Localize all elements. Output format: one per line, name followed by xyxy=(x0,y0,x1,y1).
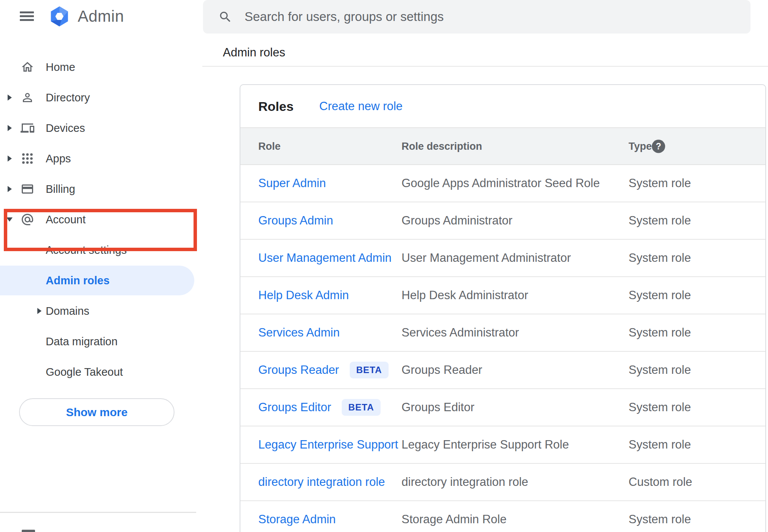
sidebar-item-account-settings[interactable]: Account settings xyxy=(0,235,202,265)
sidebar-item-label: Domains xyxy=(46,305,89,317)
role-link[interactable]: Groups Admin xyxy=(258,214,333,228)
table-row: Services Admin Services Administrator Sy… xyxy=(240,314,765,352)
role-link[interactable]: User Management Admin xyxy=(258,251,392,265)
role-description: Groups Reader xyxy=(402,363,482,377)
person-icon xyxy=(21,91,34,104)
beta-badge: BETA xyxy=(350,362,389,378)
column-header-type: Type xyxy=(629,140,652,152)
table-row: Help Desk Admin Help Desk Administrator … xyxy=(240,277,765,314)
role-description: Legacy Enterprise Support Role xyxy=(402,438,569,452)
table-row: Groups Admin Groups Administrator System… xyxy=(240,202,765,240)
sidebar-item-account[interactable]: Account xyxy=(0,204,202,235)
sidebar-item-home[interactable]: Home xyxy=(0,52,202,82)
role-description: Google Apps Administrator Seed Role xyxy=(402,176,600,190)
sidebar-item-domains[interactable]: Domains xyxy=(0,296,202,326)
role-link[interactable]: Legacy Enterprise Support xyxy=(258,438,398,452)
role-type: System role xyxy=(629,176,691,190)
column-header-role-description: Role description xyxy=(402,140,482,152)
sidebar-item-devices[interactable]: Devices xyxy=(0,113,202,143)
column-header-role: Role xyxy=(258,140,281,152)
sidebar-item-billing[interactable]: Billing xyxy=(0,174,202,204)
menu-icon[interactable] xyxy=(20,11,34,21)
expand-arrow-icon[interactable] xyxy=(8,155,12,162)
credit-card-icon xyxy=(21,182,34,196)
sidebar-item-label: Devices xyxy=(46,122,85,135)
at-sign-icon xyxy=(21,213,34,226)
role-description: User Management Administrator xyxy=(402,251,571,265)
sidebar-item-label: Account xyxy=(46,213,86,226)
role-link[interactable]: Services Admin xyxy=(258,326,340,340)
beta-badge: BETA xyxy=(342,399,381,416)
roles-panel-header: Roles Create new role xyxy=(240,85,765,127)
role-type: System role xyxy=(629,326,691,340)
role-type: System role xyxy=(629,288,691,302)
role-description: Groups Editor xyxy=(402,401,474,414)
sidebar: Home Directory Devices Apps xyxy=(0,52,202,387)
create-new-role-link[interactable]: Create new role xyxy=(319,99,403,113)
table-row: Storage Admin Storage Admin Role System … xyxy=(240,501,765,532)
role-link[interactable]: Storage Admin xyxy=(258,513,336,526)
role-type: System role xyxy=(629,438,691,452)
devices-icon xyxy=(21,121,34,135)
role-link[interactable]: Super Admin xyxy=(258,176,326,190)
role-description: Help Desk Administrator xyxy=(402,288,528,302)
sidebar-item-label: Data migration xyxy=(46,335,118,348)
table-row: Legacy Enterprise Support Legacy Enterpr… xyxy=(240,426,765,464)
sidebar-item-label: Admin roles xyxy=(46,274,110,287)
sidebar-item-label: Billing xyxy=(46,183,75,195)
header-divider xyxy=(202,66,768,67)
role-link[interactable]: Groups Editor xyxy=(258,401,331,414)
apps-grid-icon xyxy=(21,152,34,165)
role-type: System role xyxy=(629,214,691,228)
role-type: System role xyxy=(629,401,691,414)
sidebar-bottom-divider xyxy=(0,512,196,513)
table-header-row: Role Role description Type ? xyxy=(240,127,765,165)
panel-title: Roles xyxy=(258,99,294,114)
sidebar-item-label: Account settings xyxy=(46,244,127,256)
role-type: System role xyxy=(629,363,691,377)
role-description: Storage Admin Role xyxy=(402,513,507,526)
sidebar-item-label: Apps xyxy=(46,152,71,165)
roles-panel: Roles Create new role Role Role descript… xyxy=(240,84,766,532)
sidebar-item-apps[interactable]: Apps xyxy=(0,143,202,174)
show-more-button[interactable]: Show more xyxy=(19,398,174,426)
sidebar-item-label: Home xyxy=(46,61,75,74)
table-row: directory integration role directory int… xyxy=(240,464,765,501)
sidebar-item-data-migration[interactable]: Data migration xyxy=(0,326,202,357)
home-icon xyxy=(21,60,34,74)
table-row: User Management Admin User Management Ad… xyxy=(240,240,765,277)
role-type: Custom role xyxy=(629,475,692,489)
expand-arrow-icon[interactable] xyxy=(37,308,42,314)
sidebar-item-label: Directory xyxy=(46,91,90,104)
sidebar-item-label: Google Takeout xyxy=(46,366,123,378)
collapse-arrow-icon[interactable] xyxy=(6,218,13,222)
search-input[interactable] xyxy=(245,10,750,24)
role-type: System role xyxy=(629,513,691,526)
table-row: Groups Reader BETA Groups Reader System … xyxy=(240,352,765,389)
expand-arrow-icon[interactable] xyxy=(8,186,12,192)
admin-hexagon-logo-icon xyxy=(49,5,70,28)
search-icon xyxy=(218,10,232,24)
help-icon[interactable]: ? xyxy=(652,139,665,153)
role-description: Groups Administrator xyxy=(402,214,512,228)
role-link[interactable]: directory integration role xyxy=(258,475,385,489)
sidebar-item-directory[interactable]: Directory xyxy=(0,82,202,113)
role-type: System role xyxy=(629,251,691,265)
partial-cutoff-icon xyxy=(22,530,35,532)
admin-logo[interactable]: Admin xyxy=(49,5,124,28)
role-link[interactable]: Help Desk Admin xyxy=(258,288,349,302)
table-row: Groups Editor BETA Groups Editor System … xyxy=(240,389,765,426)
search-bar[interactable] xyxy=(203,0,750,34)
sidebar-item-admin-roles[interactable]: Admin roles xyxy=(0,265,202,296)
expand-arrow-icon[interactable] xyxy=(8,125,12,131)
table-row: Super Admin Google Apps Administrator Se… xyxy=(240,165,765,202)
role-description: Services Administrator xyxy=(402,326,519,340)
sidebar-item-google-takeout[interactable]: Google Takeout xyxy=(0,357,202,387)
expand-arrow-icon[interactable] xyxy=(8,95,12,101)
role-link[interactable]: Groups Reader xyxy=(258,363,339,377)
role-description: directory integration role xyxy=(402,475,528,489)
admin-logo-text: Admin xyxy=(78,7,124,26)
breadcrumb: Admin roles xyxy=(223,46,285,59)
